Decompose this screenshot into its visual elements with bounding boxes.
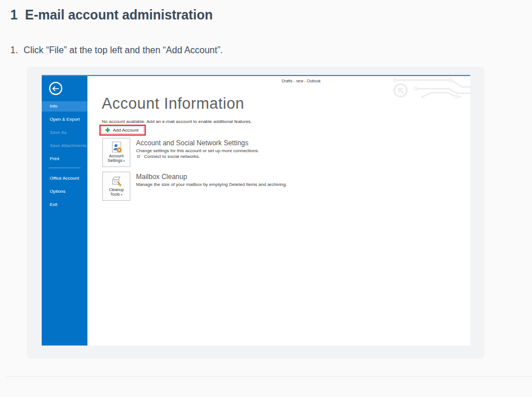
back-button[interactable]: [49, 82, 62, 95]
caret-down-icon: ▾: [121, 193, 122, 196]
cleanup-tools-button[interactable]: Cleanup Tools ▾: [102, 172, 130, 201]
cleanup-tools-label-line2: Tools ▾: [110, 192, 122, 197]
sidebar-divider: [49, 168, 81, 168]
backstage-sidebar: Info Open & Export Save As Save Attachme…: [42, 76, 87, 346]
back-arrow-icon: [52, 86, 59, 92]
step-number: 1.: [10, 45, 18, 55]
step-text: Click “File” at the top left and then “A…: [23, 45, 223, 55]
connect-social-networks-row: Connect to social networks.: [137, 154, 200, 159]
heading-text: E-mail account administration: [25, 7, 213, 23]
sidebar-nav: Info Open & Export Save As Save Attachme…: [42, 101, 87, 213]
connect-social-networks-label: Connect to social networks.: [144, 154, 200, 159]
sidebar-item-exit[interactable]: Exit: [42, 200, 87, 210]
instruction-step: 1. Click “File” at the top left and then…: [10, 45, 223, 55]
add-account-label: Add Account: [113, 128, 138, 133]
account-settings-icon: [111, 141, 122, 154]
page-title: 1 E-mail account administration: [10, 7, 213, 23]
cleanup-tools-icon: [111, 175, 122, 188]
sidebar-item-info[interactable]: Info: [42, 101, 87, 112]
plus-icon: ✚: [105, 128, 110, 133]
section-heading-mailbox-cleanup: Mailbox Cleanup: [136, 173, 187, 181]
page-bottom-divider: [7, 376, 532, 377]
sidebar-item-print[interactable]: Print: [42, 154, 87, 164]
no-account-text: No account available. Add an e-mail acco…: [102, 119, 252, 124]
square-bullet-icon: [137, 155, 140, 158]
account-settings-label-line1: Account: [109, 154, 123, 158]
section-heading-account-settings: Account and Social Network Settings: [136, 139, 249, 147]
add-account-button[interactable]: ✚ Add Account: [101, 126, 144, 134]
account-information-title: Account Information: [102, 95, 245, 113]
screenshot-container: Drafts - new - Outlook Info Open & Expor…: [27, 67, 485, 359]
section-desc-mailbox-cleanup: Manage the size of your mailbox by empty…: [136, 182, 287, 187]
backstage-content: Account Information No account available…: [87, 76, 470, 346]
sidebar-item-open-export[interactable]: Open & Export: [42, 114, 87, 125]
sidebar-item-office-account[interactable]: Office Account: [42, 173, 87, 184]
sidebar-item-save-attachments[interactable]: Save Attachments: [42, 141, 87, 151]
caret-down-icon: ▾: [123, 159, 125, 162]
outlook-backstage-window: Drafts - new - Outlook Info Open & Expor…: [42, 75, 470, 346]
account-settings-button[interactable]: Account Settings ▾: [102, 138, 130, 167]
cleanup-tools-label-line1: Cleanup: [109, 188, 123, 192]
annotation-highlight-box: ✚ Add Account: [99, 125, 146, 136]
account-settings-label-line2: Settings ▾: [108, 158, 125, 163]
sidebar-item-options[interactable]: Options: [42, 186, 87, 197]
section-desc-account-settings: Change settings for this account or set …: [136, 148, 259, 153]
sidebar-item-save-as[interactable]: Save As: [42, 128, 87, 138]
heading-number: 1: [10, 7, 18, 23]
